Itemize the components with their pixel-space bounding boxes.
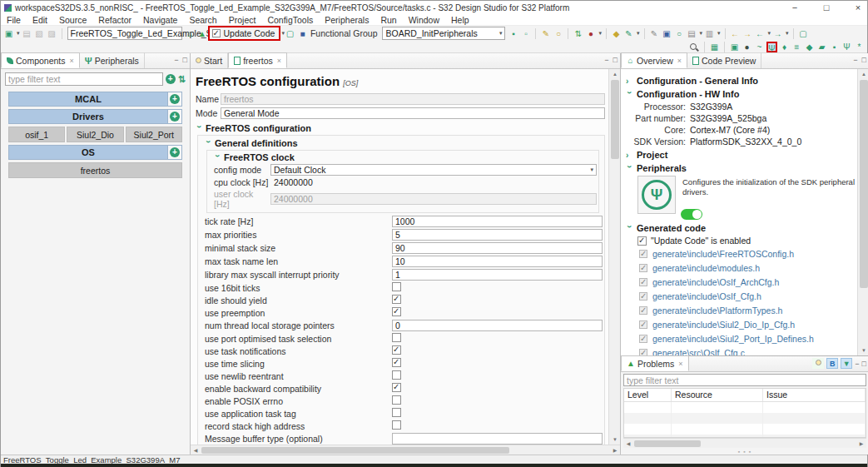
section-freertos-clock[interactable]: ›FreeRTOS clock [214,152,598,162]
menu-project[interactable]: Project [223,15,262,25]
section-config-hw-info[interactable]: ›Configuration - HW Info [626,89,856,99]
open-perspective-icon[interactable]: ▦ [709,42,720,52]
menu-file[interactable]: File [1,15,27,25]
file-checkbox[interactable] [639,349,647,355]
problems-horizontal-scrollbar[interactable]: ◀ ▶ [623,438,866,448]
tab-problems[interactable]: ▲ Problems × [621,355,689,371]
components-filter-input[interactable] [5,72,163,86]
name-field[interactable]: freertos [221,93,605,105]
column-header-issue[interactable]: Issue [763,389,866,401]
minimize-panel-icon[interactable]: − [604,56,608,64]
maximize-panel-icon[interactable]: □ [183,56,187,64]
max-priorities-input[interactable]: 5 [392,229,603,241]
pins-tool-icon[interactable]: ♦ [779,42,790,52]
scrollbar-thumb[interactable] [860,80,868,288]
generated-file-link[interactable]: generate\include\OsIf_Cfg.h [652,291,761,301]
chevron-down-icon[interactable]: ▾ [598,30,602,37]
wand-icon[interactable]: ✎ [623,28,634,39]
palette-icon[interactable]: ✎ [540,28,551,39]
search-scope-icon[interactable]: ● [585,28,596,39]
component-siul2-port[interactable]: Siul2_Port [126,127,182,142]
maximize-panel-icon[interactable]: □ [613,56,618,64]
library-max-syscall-interrupt-priority-input[interactable]: 1 [392,269,603,281]
tab-components[interactable]: Components × [1,52,80,68]
component-siul2-dio[interactable]: Siul2_Dio [67,127,123,142]
group-header-os[interactable]: OS+ [8,145,182,160]
ivt-tool-icon[interactable]: ▪ [829,42,840,52]
warning-icon[interactable]: ▲ [197,28,208,39]
menu-edit[interactable]: Edit [27,15,53,25]
use-16bit-ticks-checkbox[interactable] [392,282,401,291]
forward-icon[interactable]: → [772,28,783,39]
peripherals-tool-icon[interactable]: Ψ [766,42,777,52]
sort-icon[interactable]: ⇅ [178,74,186,85]
chevron-down-icon[interactable]: ▾ [17,30,20,37]
compare-icon[interactable]: ⇅ [573,28,583,39]
debug-perspective-icon[interactable]: ▣ [729,42,740,52]
use-port-optimised-task-selection-checkbox[interactable] [392,333,401,342]
filter-icon[interactable]: ▼ [841,358,852,369]
close-button[interactable]: × [852,2,864,12]
maximize-panel-icon[interactable]: □ [862,360,866,368]
menu-peripherals[interactable]: Peripherals [319,15,374,25]
section-config-general-info[interactable]: ›Configuration - General Info [626,76,856,86]
menu-navigate[interactable]: Navigate [137,15,183,25]
scroll-up-icon[interactable]: ▲ [609,69,620,79]
functional-group-combo[interactable]: BOARD_InitPeripherals▾ [382,27,505,40]
mode-field[interactable]: General Mode [221,107,605,119]
close-icon[interactable]: × [277,57,281,65]
group-header-drivers[interactable]: Drivers+ [8,109,182,124]
overview-vertical-scrollbar[interactable]: ▲ ▼ [857,69,868,355]
scroll-left-icon[interactable]: ◀ [623,439,633,449]
column-header-level[interactable]: Level [624,389,672,401]
num-thread-local-storage-pointers-input[interactable]: 0 [392,320,603,331]
clocks-tool-icon[interactable]: ◆ [804,42,815,52]
editor-vertical-scrollbar[interactable]: ▲ ▼ [608,69,620,445]
minimize-panel-icon[interactable]: − [855,360,859,368]
flag-icon[interactable]: ▪ [508,28,518,39]
file-checkbox[interactable] [639,306,647,315]
update-code-button[interactable]: Update Code [208,26,281,41]
scrollbar-thumb[interactable] [634,440,701,447]
scrollbar-thumb[interactable] [611,80,619,159]
tab-freertos[interactable]: freertos × [228,52,287,68]
skip-icon[interactable]: ○ [553,28,563,39]
file-checkbox[interactable] [639,250,647,258]
component-freertos[interactable]: freertos [8,162,182,178]
add-component-button[interactable]: + [166,74,176,84]
scrollbar-thumb[interactable] [201,447,509,454]
new-editor-icon[interactable]: ▢ [798,28,809,39]
section-generated-code[interactable]: ›Generated code [626,223,856,233]
project-combo[interactable]: FreeRTOS_Toggle_Led_Example_S▾ [67,27,182,40]
menu-configtools[interactable]: ConfigTools [261,15,319,25]
use-time-slicing-checkbox[interactable] [392,358,401,367]
add-icon[interactable]: + [167,146,181,159]
section-freertos-configuration[interactable]: ›FreeRTOS configuration [196,123,605,133]
search-icon[interactable] [689,42,700,52]
annotation-next-icon[interactable]: ▥ [704,28,715,39]
core-config-icon[interactable]: ● [742,42,752,52]
generated-file-link[interactable]: generate\src\OsIf_Cfg.c [652,348,745,355]
component-osif-1[interactable]: osif_1 [8,127,65,142]
use-task-notifications-checkbox[interactable] [392,345,401,355]
generated-file-link[interactable]: generate\include\FreeRTOSConfig.h [652,249,794,259]
refresh-icon[interactable]: ○ [674,28,685,39]
generated-file-link[interactable]: generate\include\OsIf_ArchCfg.h [652,277,779,287]
menu-source[interactable]: Source [53,15,92,25]
generated-file-link[interactable]: generate\include\Siul2_Dio_Ip_Cfg.h [652,320,795,330]
tick-rate-hz-input[interactable]: 1000 [392,216,603,227]
waveform-icon[interactable]: ~ [754,42,765,52]
tab-code-preview[interactable]: Code Preview [687,52,761,68]
editor-horizontal-scrollbar[interactable]: ◀ ▶ [191,445,620,455]
redo-icon[interactable]: → [742,28,753,39]
menu-search[interactable]: Search [183,15,222,25]
column-header-resource[interactable]: Resource [672,389,763,401]
tab-start[interactable]: Start [191,52,228,68]
group-header-mcal[interactable]: MCAL+ [8,92,182,107]
print-icon[interactable]: ▨ [47,28,57,39]
problems-filter-input[interactable] [623,374,866,386]
minimize-panel-icon[interactable]: − [853,56,857,64]
memory-tool-icon[interactable]: ≡ [791,42,802,52]
menu-run[interactable]: Run [374,15,402,25]
back-icon[interactable]: ← [755,28,766,39]
